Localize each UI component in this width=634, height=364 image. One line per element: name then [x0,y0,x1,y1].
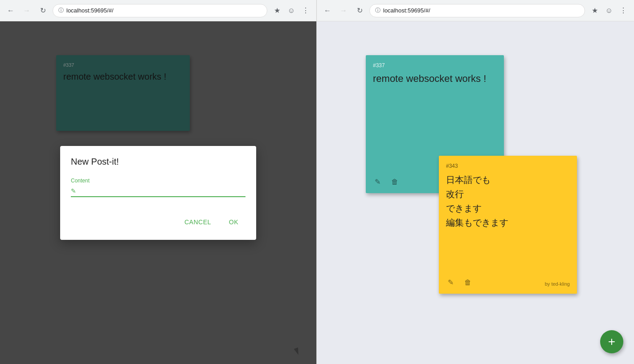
fab-add-button[interactable]: + [600,330,623,353]
right-yellow-card-author: by ted-kling [545,281,570,287]
right-teal-delete-button[interactable]: 🗑 [389,176,400,188]
right-yellow-line2: 改行 [446,189,464,199]
right-browser-window: ← → ↻ ⓘ localhost:59695/#/ ★ ☺ ⋮ #337 re… [317,0,634,364]
left-toolbar: ← → ↻ ⓘ localhost:59695/#/ ★ ☺ ⋮ [0,0,316,21]
right-teal-card-actions: ✎ 🗑 [373,176,400,188]
modal-actions: CANCEL OK [71,215,245,229]
modal-dialog: New Post-it! Content ✎ CANCEL OK [60,146,256,240]
address-bar-right[interactable]: ⓘ localhost:59695/#/ [369,4,585,17]
back-button-right[interactable]: ← [321,4,334,17]
right-teal-card-text: remote websocket works ! [373,72,497,86]
modal-title: New Post-it! [71,157,245,167]
address-bar-left[interactable]: ⓘ localhost:59695/#/ [53,4,267,17]
back-button-left[interactable]: ← [4,4,17,17]
right-yellow-line4: 編集もできます [446,218,508,227]
reload-button-right[interactable]: ↻ [353,4,366,17]
fab-icon: + [608,335,615,349]
reload-button-left[interactable]: ↻ [37,4,49,17]
right-yellow-card: #343 日本語でも 改行 できます 編集もできます ✎ 🗑 by ted-kl… [439,156,577,294]
menu-button-right[interactable]: ⋮ [617,4,630,17]
account-button-left[interactable]: ☺ [285,4,298,17]
cancel-button[interactable]: CANCEL [177,215,218,229]
right-yellow-card-text: 日本語でも 改行 できます 編集もできます [446,173,570,230]
toolbar-icons-right: ★ ☺ ⋮ [589,4,630,17]
ok-button[interactable]: OK [222,215,245,229]
right-yellow-line3: できます [446,203,482,213]
modal-overlay: New Post-it! Content ✎ CANCEL OK [0,21,316,364]
right-yellow-line1: 日本語でも [446,175,491,185]
left-app-content: #337 remote websocket works ! New Post-i… [0,21,316,364]
forward-button-left[interactable]: → [20,4,33,17]
modal-content-field: Content ✎ [71,178,245,197]
right-teal-card-number: #337 [373,62,497,69]
right-teal-edit-button[interactable]: ✎ [373,176,382,188]
content-input[interactable] [71,178,245,197]
right-toolbar: ← → ↻ ⓘ localhost:59695/#/ ★ ☺ ⋮ [317,0,634,21]
right-yellow-delete-button[interactable]: 🗑 [462,277,473,288]
right-yellow-edit-button[interactable]: ✎ [446,276,455,288]
lock-icon-right: ⓘ [375,7,380,14]
bookmark-button-left[interactable]: ★ [271,4,283,17]
right-yellow-card-number: #343 [446,163,570,169]
url-right: localhost:59695/#/ [383,7,430,14]
left-browser-window: ← → ↻ ⓘ localhost:59695/#/ ★ ☺ ⋮ #337 re… [0,0,317,364]
toolbar-icons-left: ★ ☺ ⋮ [271,4,312,17]
right-app-content: #337 remote websocket works ! ✎ 🗑 #343 日… [317,21,634,364]
lock-icon-left: ⓘ [58,7,64,14]
account-button-right[interactable]: ☺ [603,4,615,17]
url-left: localhost:59695/#/ [66,7,114,14]
bookmark-button-right[interactable]: ★ [589,4,601,17]
pencil-icon: ✎ [71,187,76,194]
menu-button-left[interactable]: ⋮ [299,4,312,17]
right-yellow-card-actions: ✎ 🗑 [446,276,473,288]
forward-button-right[interactable]: → [337,4,350,17]
